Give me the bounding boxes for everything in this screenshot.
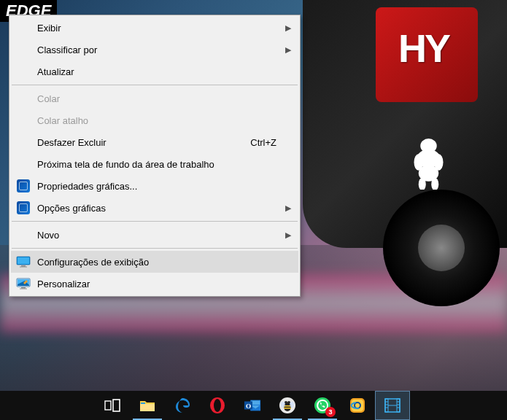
- wallpaper-hy-logo: HY: [398, 26, 449, 71]
- menu-item-undo-delete[interactable]: Desfazer Excluir Ctrl+Z: [11, 131, 298, 153]
- svg-rect-28: [284, 408, 291, 409]
- menu-label: Configurações de exibição: [37, 257, 294, 268]
- menu-item-view[interactable]: Exibir ▶: [11, 17, 298, 39]
- bluestacks-icon: [349, 397, 366, 414]
- notification-badge: 3: [325, 407, 336, 417]
- menu-icon-blank: [15, 42, 31, 58]
- svg-point-4: [434, 154, 444, 171]
- menu-item-paste: Colar: [11, 88, 298, 109]
- menu-separator: [12, 221, 298, 222]
- wallpaper-michelin-icon: [409, 135, 449, 190]
- taskbar-task-view[interactable]: [95, 391, 130, 420]
- menu-item-graphics-properties[interactable]: Propriedades gráficas...: [11, 175, 298, 197]
- monitor-icon: [15, 254, 31, 270]
- personalize-icon: [15, 276, 31, 292]
- menu-label: Personalizar: [37, 279, 294, 289]
- menu-icon-blank: [15, 90, 31, 106]
- svg-point-3: [414, 154, 424, 171]
- task-view-icon: [104, 397, 121, 414]
- menu-label: Propriedades gráficas...: [37, 181, 294, 192]
- chevron-right-icon: ▶: [285, 45, 291, 55]
- menu-separator: [12, 85, 298, 85]
- svg-point-32: [290, 402, 294, 408]
- menu-item-next-wallpaper[interactable]: Próxima tela de fundo da área de trabalh…: [11, 153, 298, 175]
- menu-icon-blank: [15, 20, 31, 36]
- bee-icon: [279, 397, 296, 414]
- menu-icon-blank: [15, 156, 31, 172]
- menu-item-new[interactable]: Novo ▶: [11, 224, 298, 246]
- menu-label: Próxima tela de fundo da área de trabalh…: [37, 159, 294, 170]
- svg-point-20: [214, 399, 221, 412]
- svg-rect-17: [140, 404, 155, 411]
- svg-point-31: [281, 402, 285, 408]
- menu-item-paste-shortcut: Colar atalho: [11, 109, 298, 131]
- film-icon: [384, 397, 401, 414]
- edge-icon: [174, 397, 191, 414]
- menu-icon-blank: [15, 63, 31, 79]
- taskbar-left-gap: [0, 391, 95, 420]
- chevron-right-icon: ▶: [285, 23, 291, 33]
- taskbar: O 3: [0, 391, 507, 420]
- menu-label: Colar: [37, 93, 294, 104]
- menu-label: Classificar por: [37, 44, 294, 55]
- menu-label: Atualizar: [37, 66, 294, 77]
- svg-rect-16: [113, 400, 120, 411]
- svg-rect-18: [141, 402, 145, 404]
- intel-icon: [15, 200, 31, 216]
- menu-item-display-settings[interactable]: Configurações de exibição: [11, 251, 298, 273]
- chevron-right-icon: ▶: [285, 203, 291, 213]
- taskbar-app-bee[interactable]: [270, 391, 305, 420]
- opera-icon: [209, 397, 226, 414]
- file-explorer-icon: [139, 397, 156, 414]
- desktop-context-menu: Exibir ▶ Classificar por ▶ Atualizar Col…: [9, 15, 301, 297]
- menu-shortcut: Ctrl+Z: [250, 137, 276, 148]
- outlook-icon: O: [244, 397, 261, 414]
- menu-item-personalize[interactable]: Personalizar: [11, 273, 298, 295]
- taskbar-edge[interactable]: [165, 391, 200, 420]
- menu-item-refresh[interactable]: Atualizar: [11, 61, 298, 82]
- intel-icon: [15, 178, 31, 194]
- svg-rect-10: [20, 267, 27, 268]
- taskbar-whatsapp[interactable]: 3: [305, 391, 340, 420]
- taskbar-file-explorer[interactable]: [130, 391, 165, 420]
- menu-item-sort-by[interactable]: Classificar por ▶: [11, 39, 298, 61]
- taskbar-bluestacks[interactable]: [340, 391, 375, 420]
- desktop[interactable]: HY EDGE Exibir ▶ Classificar por ▶ Atual…: [0, 0, 507, 420]
- menu-label: Opções gráficas: [37, 203, 294, 214]
- svg-text:O: O: [246, 402, 251, 410]
- taskbar-opera[interactable]: [200, 391, 235, 420]
- svg-rect-8: [18, 257, 29, 264]
- svg-rect-13: [21, 287, 26, 289]
- svg-rect-15: [105, 401, 111, 410]
- svg-rect-9: [21, 265, 26, 267]
- menu-label: Colar atalho: [37, 115, 294, 126]
- menu-icon-blank: [15, 227, 31, 243]
- svg-rect-14: [20, 289, 27, 289]
- menu-label: Desfazer Excluir: [37, 137, 250, 148]
- svg-rect-35: [352, 400, 363, 411]
- menu-icon-blank: [15, 112, 31, 128]
- taskbar-outlook[interactable]: O: [235, 391, 270, 420]
- wallpaper-wheel: [383, 190, 500, 306]
- menu-icon-blank: [15, 134, 31, 150]
- taskbar-video-app[interactable]: [375, 391, 410, 420]
- menu-item-graphics-options[interactable]: Opções gráficas ▶: [11, 197, 298, 219]
- menu-label: Novo: [37, 230, 294, 241]
- chevron-right-icon: ▶: [285, 230, 291, 240]
- menu-label: Exibir: [37, 23, 294, 34]
- menu-separator: [12, 248, 298, 249]
